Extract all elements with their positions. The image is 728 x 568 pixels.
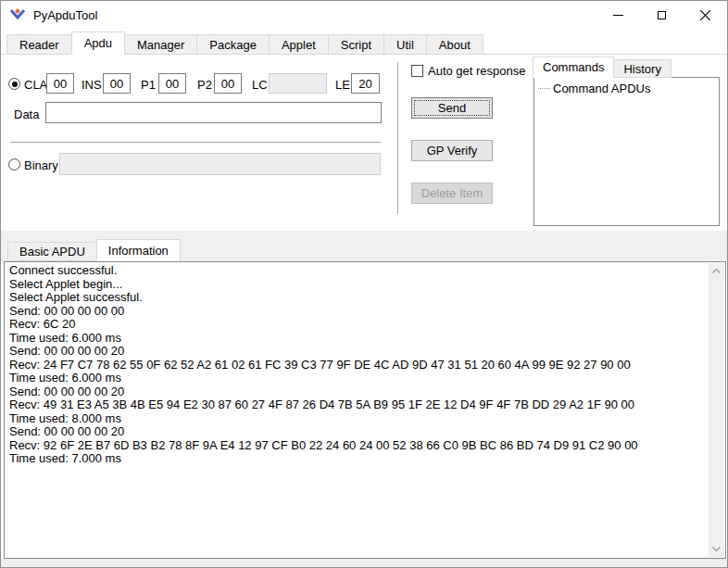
title-bar: PyApduTool: [1, 1, 727, 30]
maximize-button[interactable]: [640, 1, 684, 29]
cla-field[interactable]: [46, 73, 74, 94]
chevron-up-icon: [712, 269, 721, 273]
output-tab-bar: Basic APDU Information: [8, 239, 181, 261]
log-line: Time used: 6.000 ms: [9, 372, 708, 385]
main-tab-bar: Reader Apdu Manager Package Applet Scrip…: [7, 32, 483, 55]
command-apdus-tree: Command APDUs: [533, 77, 720, 226]
cla-label: CLA: [24, 78, 47, 92]
log-line: Time used: 8.000 ms: [9, 412, 708, 426]
tree-root-item[interactable]: Command APDUs: [534, 78, 719, 95]
delete-item-button: Delete Item: [411, 183, 493, 204]
log-scrollbar[interactable]: [709, 263, 724, 557]
p2-field[interactable]: [214, 73, 242, 94]
binary-label: Binary: [24, 158, 58, 172]
log-line: Connect successful.: [9, 264, 708, 278]
log-line: Recv: 49 31 E3 A5 3B 4B E5 94 E2 30 87 6…: [9, 398, 708, 412]
le-field[interactable]: [351, 73, 380, 94]
tab-manager[interactable]: Manager: [124, 34, 197, 55]
log-line: Send: 00 00 00 00 20: [9, 425, 708, 439]
log-text[interactable]: Connect successful. Select Applet begin.…: [5, 262, 708, 558]
log-line: Select Applet begin...: [9, 278, 708, 292]
commands-tab-bar: Commands History: [533, 57, 672, 78]
app-logo-icon: [10, 7, 25, 22]
lc-label: LC: [252, 78, 268, 92]
tab-commands[interactable]: Commands: [533, 57, 614, 78]
tab-about[interactable]: About: [426, 34, 483, 55]
gp-verify-button[interactable]: GP Verify: [411, 140, 493, 161]
tab-applet[interactable]: Applet: [269, 34, 329, 55]
binary-field: [59, 153, 381, 175]
tab-information[interactable]: Information: [96, 239, 181, 261]
log-line: Send: 00 00 00 00 20: [9, 345, 708, 359]
auto-get-response-checkbox[interactable]: [411, 65, 423, 77]
p2-label: P2: [197, 78, 212, 92]
data-label: Data: [14, 107, 39, 121]
scroll-up-button[interactable]: [709, 263, 724, 279]
log-line: Recv: 92 6F 2E B7 6D B3 B2 78 8F 9A E4 1…: [9, 439, 708, 453]
tab-history[interactable]: History: [613, 59, 671, 78]
apdu-mode-radio[interactable]: [8, 78, 20, 90]
tab-util[interactable]: Util: [383, 34, 427, 55]
tab-package[interactable]: Package: [196, 34, 270, 55]
log-line: Select Applet successful.: [9, 291, 708, 305]
close-icon: [700, 10, 710, 20]
data-field[interactable]: [45, 102, 382, 123]
information-log: Connect successful. Select Applet begin.…: [4, 261, 726, 559]
form-divider: [397, 62, 398, 214]
binary-mode-radio[interactable]: [8, 158, 20, 170]
p1-label: P1: [141, 78, 156, 92]
p1-field[interactable]: [158, 73, 186, 94]
send-button[interactable]: Send: [411, 97, 493, 119]
le-label: LE: [335, 78, 350, 92]
minimize-button[interactable]: [596, 1, 640, 29]
ins-field[interactable]: [103, 73, 131, 94]
scroll-down-button[interactable]: [709, 541, 724, 557]
tree-line-icon: [538, 88, 550, 89]
window-bottom-edge: [1, 559, 727, 568]
log-line: Recv: 24 F7 C7 78 62 55 0F 62 52 A2 61 0…: [9, 359, 708, 372]
tab-reader[interactable]: Reader: [6, 34, 72, 55]
log-line: Time used: 6.000 ms: [9, 332, 708, 346]
ins-label: INS: [82, 78, 102, 92]
log-line: Recv: 6C 20: [9, 318, 708, 332]
tab-apdu[interactable]: Apdu: [71, 32, 125, 55]
auto-get-response-label: Auto get response: [428, 64, 526, 78]
chevron-down-icon: [712, 547, 721, 551]
lc-field: [269, 73, 327, 94]
close-button[interactable]: [684, 1, 727, 29]
log-line: Send: 00 00 00 00 20: [9, 385, 708, 399]
tree-root-label: Command APDUs: [553, 82, 650, 95]
tab-basic-apdu[interactable]: Basic APDU: [7, 242, 97, 261]
maximize-icon: [658, 11, 666, 19]
app-window: PyApduTool Reader Apdu Manager Package A…: [0, 0, 728, 568]
log-line: Send: 00 00 00 00 00: [9, 305, 708, 319]
tab-script[interactable]: Script: [328, 34, 384, 55]
log-line: Time used: 7.000 ms: [9, 452, 708, 466]
form-separator: [10, 142, 381, 143]
window-title: PyApduTool: [33, 8, 97, 22]
minimize-icon: [613, 15, 623, 16]
